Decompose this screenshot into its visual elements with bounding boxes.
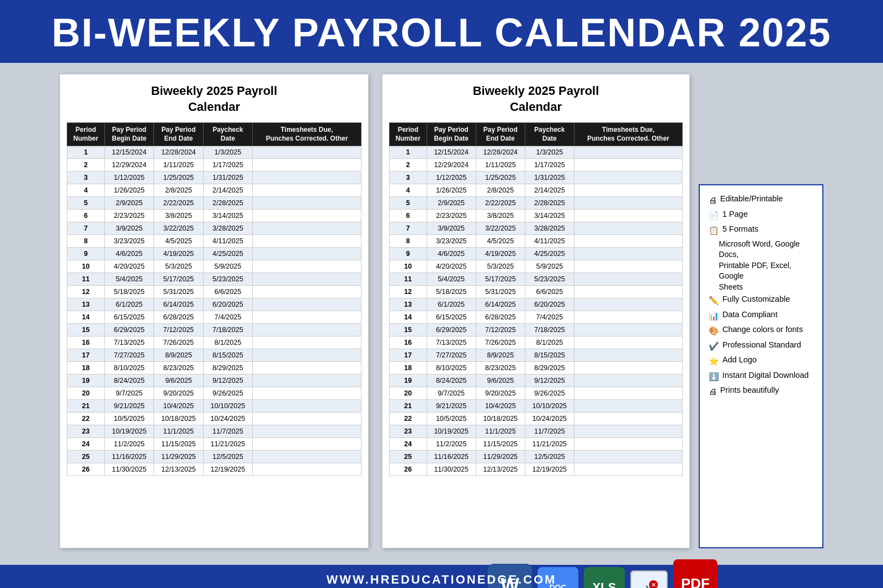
- pencil-icon: ✏️: [709, 293, 719, 308]
- col-paycheck: PaycheckDate: [203, 123, 252, 146]
- table-cell: 8/24/2025: [104, 375, 154, 387]
- table-row: 2611/30/202512/13/202512/19/2025: [67, 463, 361, 476]
- table-cell: 11/7/2025: [525, 425, 574, 438]
- table-row: 52/9/20252/22/20252/28/2025: [67, 197, 361, 210]
- table-cell: [574, 362, 682, 375]
- table-row: 212/29/20241/11/20251/17/2025: [390, 159, 683, 172]
- table-cell: [253, 311, 361, 324]
- table-cell: 4/20/2025: [427, 260, 476, 273]
- table-row: 177/27/20258/9/20258/15/2025: [390, 349, 683, 362]
- table-cell: 2/8/2025: [154, 184, 203, 197]
- col-end-r: Pay PeriodEnd Date: [476, 123, 525, 146]
- table-cell: [574, 463, 682, 476]
- table-cell: [574, 349, 682, 362]
- table-cell: 8: [67, 235, 105, 248]
- table-cell: [574, 286, 682, 298]
- table-row: 136/1/20256/14/20256/20/2025: [390, 298, 683, 311]
- download-icon: ⬇️: [709, 370, 719, 384]
- table-cell: 5/17/2025: [476, 273, 525, 286]
- table-row: 212/29/20241/11/20251/17/2025: [67, 159, 361, 172]
- table-row: 156/29/20257/12/20257/18/2025: [390, 324, 683, 336]
- table-cell: 7/4/2025: [203, 311, 252, 324]
- chart-icon: 📊: [709, 309, 719, 323]
- table-cell: 3/14/2025: [203, 210, 252, 222]
- table-cell: 1/26/2025: [104, 184, 154, 197]
- table-cell: [253, 260, 361, 273]
- table-cell: [574, 298, 682, 311]
- features-box: 🖨 Editable/Printable 📄 1 Page 📋 5 Format…: [699, 184, 823, 548]
- table-cell: 3/22/2025: [476, 222, 525, 235]
- pdf-icon: PDF: [673, 559, 717, 588]
- table-row: 136/1/20256/14/20256/20/2025: [67, 298, 361, 311]
- table-cell: 17: [67, 349, 105, 362]
- table-cell: 4/11/2025: [203, 235, 252, 248]
- table-cell: 4/19/2025: [154, 248, 203, 260]
- table-cell: 1: [67, 146, 105, 159]
- table-cell: [574, 425, 682, 438]
- table-cell: 9/12/2025: [203, 375, 252, 387]
- table-cell: [574, 311, 682, 324]
- table-cell: 12/19/2025: [203, 463, 252, 476]
- table-cell: [574, 387, 682, 400]
- print-icon: 🖨: [709, 384, 717, 399]
- table-cell: 2/28/2025: [203, 197, 252, 210]
- table-cell: 20: [67, 387, 105, 400]
- footer-url: WWW.HREDUCATIONEDGE.COM: [327, 573, 557, 586]
- table-cell: 4/19/2025: [476, 248, 525, 260]
- table-cell: [253, 324, 361, 336]
- right-payroll-table: PeriodNumber Pay PeriodBegin Date Pay Pe…: [389, 122, 683, 476]
- excel-icon-wrap: X ✕: [630, 570, 668, 588]
- table-cell: 11/29/2025: [154, 451, 203, 463]
- table-row: 2210/5/202510/18/202510/24/2025: [67, 413, 361, 425]
- editable-icon: 🖨: [709, 193, 717, 207]
- table-cell: 7/26/2025: [476, 336, 525, 349]
- table-row: 209/7/20259/20/20259/26/2025: [390, 387, 683, 400]
- table-cell: 8/9/2025: [476, 349, 525, 362]
- table-cell: 6/20/2025: [525, 298, 574, 311]
- col-period: PeriodNumber: [67, 123, 105, 146]
- left-calendar-title: Biweekly 2025 Payroll Calendar: [67, 83, 361, 115]
- table-cell: 2/23/2025: [104, 210, 154, 222]
- table-cell: 10/24/2025: [203, 413, 252, 425]
- table-cell: 12/15/2024: [104, 146, 154, 159]
- table-row: 167/13/20257/26/20258/1/2025: [67, 336, 361, 349]
- table-cell: 5/23/2025: [203, 273, 252, 286]
- table-row: 94/6/20254/19/20254/25/2025: [67, 248, 361, 260]
- table-cell: [253, 286, 361, 298]
- star-icon: ⭐: [709, 354, 719, 368]
- table-cell: 11/21/2025: [525, 438, 574, 451]
- table-row: 112/15/202412/28/20241/3/2025: [67, 146, 361, 159]
- xls-icon: XLS: [584, 567, 625, 588]
- table-cell: 5/23/2025: [525, 273, 574, 286]
- table-cell: 12/13/2025: [154, 463, 203, 476]
- table-cell: 11/2/2025: [104, 438, 154, 451]
- table-cell: 3: [390, 172, 427, 184]
- table-cell: 7/18/2025: [525, 324, 574, 336]
- table-cell: [253, 298, 361, 311]
- col-begin: Pay PeriodBegin Date: [104, 123, 154, 146]
- table-row: 2411/2/202511/15/202511/21/2025: [390, 438, 683, 451]
- checkmark-icon: ✔️: [709, 339, 719, 354]
- table-cell: 12/29/2024: [104, 159, 154, 172]
- table-row: 41/26/20252/8/20252/14/2025: [67, 184, 361, 197]
- table-cell: 11: [390, 273, 427, 286]
- table-cell: 25: [390, 451, 427, 463]
- table-row: 125/18/20255/31/20256/6/2025: [390, 286, 683, 298]
- table-cell: 7/18/2025: [203, 324, 252, 336]
- table-cell: 3/9/2025: [104, 222, 154, 235]
- table-row: 219/21/202510/4/202510/10/2025: [67, 400, 361, 413]
- table-cell: 6/20/2025: [203, 298, 252, 311]
- table-cell: 3/28/2025: [525, 222, 574, 235]
- table-cell: 2/22/2025: [476, 197, 525, 210]
- table-cell: 24: [67, 438, 105, 451]
- table-cell: [574, 375, 682, 387]
- table-row: 146/15/20256/28/20257/4/2025: [67, 311, 361, 324]
- table-cell: 5/3/2025: [476, 260, 525, 273]
- table-cell: [253, 222, 361, 235]
- table-cell: 15: [67, 324, 105, 336]
- table-cell: 6/29/2025: [427, 324, 476, 336]
- table-cell: 19: [67, 375, 105, 387]
- table-cell: 23: [67, 425, 105, 438]
- table-cell: 10/4/2025: [154, 400, 203, 413]
- table-cell: 10/5/2025: [427, 413, 476, 425]
